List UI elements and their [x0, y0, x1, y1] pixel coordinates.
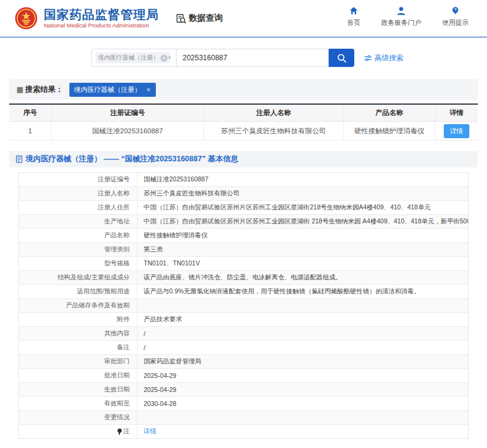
- top-bar: 国家药品监督管理局 National Medical Products Admi…: [0, 0, 487, 38]
- detail-label: 其他内容: [19, 327, 138, 340]
- detail-value: TN0101、TN0101V: [138, 257, 468, 270]
- detail-label: 审批部门: [19, 355, 138, 368]
- category-select[interactable]: 境内医疗器械（注册） ✕ ▼: [91, 49, 177, 67]
- nav-home-label: 首页: [347, 18, 360, 27]
- detail-table: 注册证编号国械注准20253160887注册人名称苏州三个臭皮匠生物科技有限公司…: [18, 172, 469, 439]
- col-product: 产品名称: [344, 105, 435, 121]
- detail-label: 型号规格: [19, 257, 138, 270]
- detail-section-title-text: 境内医疗器械（注册） —— “国械注准20253160887” 基本信息: [26, 154, 238, 164]
- detail-label: 生效日期: [19, 383, 138, 396]
- detail-value: 该产品与0.9%无菌氯化钠溶液配套使用，用于硬性接触镜（氟硅丙烯酸酯硬性镜）的清…: [138, 285, 468, 298]
- detail-label: 注: [19, 425, 138, 438]
- detail-value: 国械注准20253160887: [138, 173, 468, 186]
- close-icon[interactable]: ✕: [146, 86, 151, 93]
- detail-label: 生产地址: [19, 215, 138, 228]
- search-button[interactable]: [329, 49, 354, 67]
- tip-icon: [450, 6, 460, 16]
- document-icon: [15, 155, 23, 163]
- detail-value: 苏州三个臭皮匠生物科技有限公司: [138, 187, 468, 200]
- search-result-text: 搜索结果：: [25, 85, 63, 95]
- nav-usage-tips[interactable]: 使用提示: [442, 6, 469, 27]
- nav-usage-tips-label: 使用提示: [442, 18, 469, 27]
- advanced-search-label: 高级搜索: [374, 53, 404, 63]
- search-input[interactable]: [177, 49, 329, 67]
- results-header-row: 序号 注册证编号 注册人名称 产品名称 详情: [9, 105, 478, 122]
- cell-detail: 详情: [435, 122, 478, 140]
- detail-label: 产品名称: [19, 229, 138, 242]
- nmpa-logo-icon: [15, 7, 38, 30]
- detail-label: 产品储存条件及有效期: [19, 299, 138, 312]
- detail-value: [138, 299, 468, 312]
- detail-row: 其他内容/: [19, 327, 468, 341]
- detail-row: 附件产品技术要求: [19, 313, 468, 327]
- detail-value: 第三类: [138, 243, 468, 256]
- detail-value: [138, 411, 468, 424]
- detail-value: 中国（江苏）自由贸易试验区苏州片区苏州工业园区星湖街218号生物纳米园A4楼40…: [138, 201, 468, 214]
- module-title: 数据查询: [176, 13, 223, 24]
- detail-label: 注册证编号: [19, 173, 138, 186]
- filter-tag-label: 境内医疗器械（注册）: [74, 85, 141, 94]
- detail-row: 有效期至2030-04-28: [19, 397, 468, 411]
- detail-row: 管理类别第三类: [19, 243, 468, 257]
- detail-label: 变更情况: [19, 411, 138, 424]
- data-query-icon: [176, 13, 186, 24]
- advanced-search-link[interactable]: 高级搜索: [364, 53, 404, 63]
- detail-label: 注册人名称: [19, 187, 138, 200]
- chevron-down-icon: ▼: [167, 55, 172, 61]
- col-reg-no: 注册证编号: [52, 105, 204, 121]
- results-table: 序号 注册证编号 注册人名称 产品名称 详情 1 国械注准20253160887…: [9, 103, 478, 141]
- search-result-label: ▦ 搜索结果：: [16, 85, 63, 95]
- detail-row: 生产地址中国（江苏）自由贸易试验区苏州片区苏州工业园区星湖街 218号生物纳米园…: [19, 215, 468, 229]
- detail-value: 2030-04-28: [138, 397, 468, 410]
- detail-row: 型号规格TN0101、TN0101V: [19, 257, 468, 271]
- home-icon: [349, 6, 359, 16]
- col-detail: 详情: [435, 105, 478, 121]
- nav-gov-portal[interactable]: 政务服务门户: [381, 6, 421, 27]
- module-label: 数据查询: [189, 13, 223, 24]
- cell-registrant: 苏州三个臭皮匠生物科技有限公司: [204, 122, 344, 140]
- grid-icon: ▦: [16, 85, 23, 94]
- cell-index: 1: [9, 122, 52, 140]
- detail-row: 注册人名称苏州三个臭皮匠生物科技有限公司: [19, 187, 468, 201]
- detail-label: 附件: [19, 313, 138, 326]
- nav-home[interactable]: 首页: [347, 6, 360, 27]
- detail-row: 生效日期2025-04-29: [19, 383, 468, 397]
- detail-row: 变更情况: [19, 411, 468, 425]
- detail-value: 硬性接触镜护理消毒仪: [138, 229, 468, 242]
- detail-row: 注册人住所中国（江苏）自由贸易试验区苏州片区苏州工业园区星湖街218号生物纳米园…: [19, 201, 468, 215]
- site-subtitle: National Medical Products Administration: [44, 22, 159, 29]
- detail-value: 2025-04-29: [138, 383, 468, 396]
- search-result-strip: ▦ 搜索结果： 境内医疗器械（注册） ✕: [9, 79, 478, 100]
- detail-row: 审批部门国家药品监督管理局: [19, 355, 468, 369]
- col-index: 序号: [9, 105, 52, 121]
- detail-label: 注册人住所: [19, 201, 138, 214]
- filter-sliders-icon: [364, 54, 372, 62]
- detail-row: 产品储存条件及有效期: [19, 299, 468, 313]
- category-tag-label: 境内医疗器械（注册）: [98, 54, 159, 62]
- detail-value: 产品技术要求: [138, 313, 468, 326]
- detail-row: 结构及组成/主要组成成分该产品由底座、镜片冲洗仓、防尘盖、电泳解离仓、电源适配器…: [19, 271, 468, 285]
- cell-reg-no: 国械注准20253160887: [52, 122, 204, 140]
- detail-row: 批准日期2025-04-29: [19, 369, 468, 383]
- detail-button[interactable]: 详情: [444, 124, 469, 138]
- top-nav: 首页 政务服务门户 使用提示: [347, 6, 469, 27]
- detail-value: 2025-04-29: [138, 369, 468, 382]
- detail-label: 适用范围/预期用途: [19, 285, 138, 298]
- detail-row: 备注/: [19, 341, 468, 355]
- brand-block: 国家药品监督管理局 National Medical Products Admi…: [44, 8, 159, 29]
- detail-label: 备注: [19, 341, 138, 354]
- detail-value: 该产品由底座、镜片冲洗仓、防尘盖、电泳解离仓、电源适配器组成。: [138, 271, 468, 284]
- site-title: 国家药品监督管理局: [44, 8, 159, 21]
- detail-value: 国家药品监督管理局: [138, 355, 468, 368]
- category-tag: 境内医疗器械（注册） ✕: [96, 52, 170, 63]
- filter-tag[interactable]: 境内医疗器械（注册） ✕: [69, 83, 156, 97]
- detail-row: 注册证编号国械注准20253160887: [19, 173, 468, 187]
- detail-section-title: 境内医疗器械（注册） —— “国械注准20253160887” 基本信息: [9, 151, 478, 167]
- table-row: 1 国械注准20253160887 苏州三个臭皮匠生物科技有限公司 硬性接触镜护…: [9, 122, 478, 141]
- note-detail-link[interactable]: 详情: [138, 425, 468, 438]
- detail-row: 产品名称硬性接触镜护理消毒仪: [19, 229, 468, 243]
- detail-row: 适用范围/预期用途该产品与0.9%无菌氯化钠溶液配套使用，用于硬性接触镜（氟硅丙…: [19, 285, 468, 299]
- col-registrant: 注册人名称: [204, 105, 344, 121]
- detail-row: 注详情: [19, 425, 468, 438]
- nav-gov-portal-label: 政务服务门户: [381, 18, 421, 27]
